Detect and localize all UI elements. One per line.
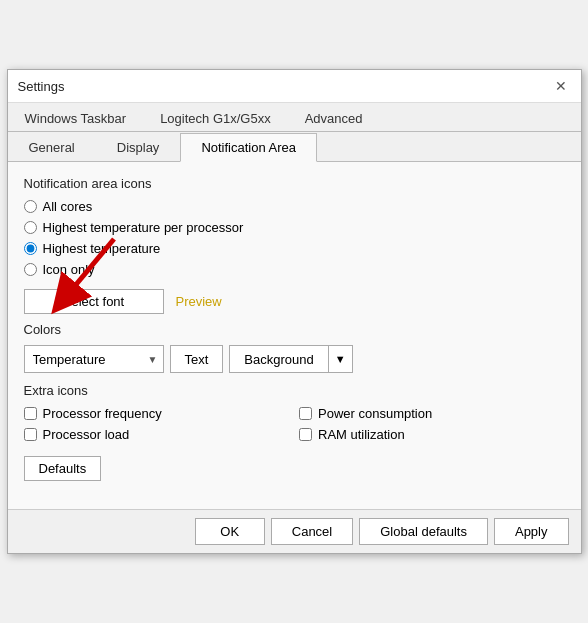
checkbox-ram-util-label: RAM utilization (318, 427, 405, 442)
checkbox-proc-freq-input[interactable] (24, 407, 37, 420)
background-color-group: Background ▼ (229, 345, 352, 373)
radio-group: All cores Highest temperature per proces… (24, 199, 565, 277)
tab-display[interactable]: Display (96, 133, 181, 162)
checkbox-proc-freq[interactable]: Processor frequency (24, 406, 290, 421)
radio-all-cores[interactable]: All cores (24, 199, 565, 214)
radio-highest-temp-per-proc-label: Highest temperature per processor (43, 220, 244, 235)
checkbox-proc-load-label: Processor load (43, 427, 130, 442)
radio-icon-only-input[interactable] (24, 263, 37, 276)
tab-windows-taskbar[interactable]: Windows Taskbar (8, 104, 144, 132)
temperature-dropdown[interactable]: Temperature Frequency Load RAM (24, 345, 164, 373)
checkbox-proc-load-input[interactable] (24, 428, 37, 441)
radio-highest-temp[interactable]: Highest temperature (24, 241, 565, 256)
background-dropdown-button[interactable]: ▼ (329, 345, 353, 373)
radio-icon-only-label: Icon only (43, 262, 95, 277)
tab-row-1: Windows Taskbar Logitech G1x/G5xx Advanc… (8, 103, 581, 132)
font-row: Select font Preview (24, 289, 565, 314)
checkbox-proc-load[interactable]: Processor load (24, 427, 290, 442)
colors-label: Colors (24, 322, 565, 337)
radio-highest-temp-label: Highest temperature (43, 241, 161, 256)
tab-general[interactable]: General (8, 133, 96, 162)
extra-icons-label: Extra icons (24, 383, 565, 398)
window-title: Settings (18, 79, 65, 94)
radio-highest-temp-input[interactable] (24, 242, 37, 255)
checkbox-ram-util[interactable]: RAM utilization (299, 427, 565, 442)
checkbox-power-consumption-input[interactable] (299, 407, 312, 420)
apply-button[interactable]: Apply (494, 518, 569, 545)
radio-icon-only[interactable]: Icon only (24, 262, 565, 277)
radio-all-cores-input[interactable] (24, 200, 37, 213)
bottom-bar: OK Cancel Global defaults Apply (8, 509, 581, 553)
notification-icons-label: Notification area icons (24, 176, 565, 191)
tab-row-2: General Display Notification Area (8, 132, 581, 162)
extra-icons-grid: Processor frequency Power consumption Pr… (24, 406, 565, 442)
select-font-button[interactable]: Select font (24, 289, 164, 314)
checkbox-proc-freq-label: Processor frequency (43, 406, 162, 421)
checkbox-power-consumption[interactable]: Power consumption (299, 406, 565, 421)
title-bar: Settings ✕ (8, 70, 581, 103)
close-button[interactable]: ✕ (551, 76, 571, 96)
preview-text: Preview (172, 294, 222, 309)
font-arrow-container: Select font Preview (24, 289, 565, 314)
tab-notification-area[interactable]: Notification Area (180, 133, 317, 162)
checkbox-ram-util-input[interactable] (299, 428, 312, 441)
main-content: Notification area icons All cores Highes… (8, 162, 581, 509)
radio-highest-temp-per-proc[interactable]: Highest temperature per processor (24, 220, 565, 235)
checkbox-power-consumption-label: Power consumption (318, 406, 432, 421)
colors-row: Temperature Frequency Load RAM ▼ Text Ba… (24, 345, 565, 373)
radio-all-cores-label: All cores (43, 199, 93, 214)
tab-logitech[interactable]: Logitech G1x/G5xx (143, 104, 288, 132)
radio-highest-temp-per-proc-input[interactable] (24, 221, 37, 234)
cancel-button[interactable]: Cancel (271, 518, 353, 545)
global-defaults-button[interactable]: Global defaults (359, 518, 488, 545)
settings-window: Settings ✕ Windows Taskbar Logitech G1x/… (7, 69, 582, 554)
temperature-dropdown-container: Temperature Frequency Load RAM ▼ (24, 345, 164, 373)
defaults-button[interactable]: Defaults (24, 456, 102, 481)
tab-advanced[interactable]: Advanced (288, 104, 380, 132)
ok-button[interactable]: OK (195, 518, 265, 545)
background-color-button[interactable]: Background (229, 345, 328, 373)
text-color-button[interactable]: Text (170, 345, 224, 373)
